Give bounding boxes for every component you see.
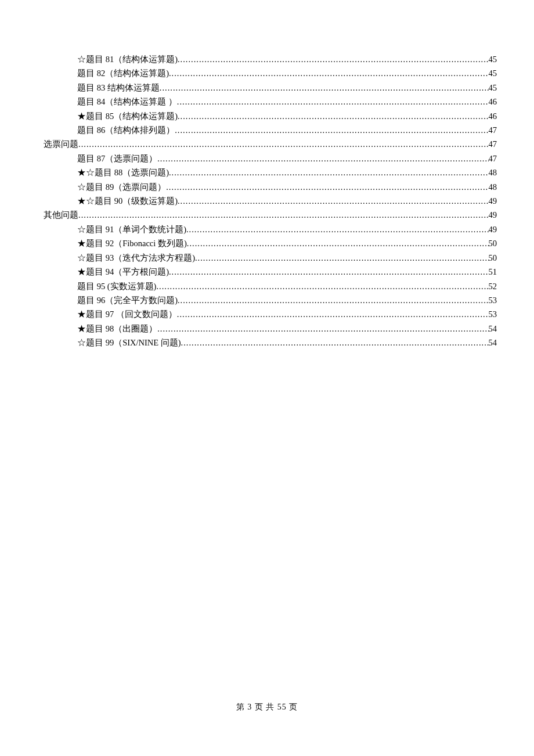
toc-leader-dots [157,322,488,336]
toc-entry-label: ★☆题目 88（选票问题) [77,165,169,179]
toc-entry-page: 45 [489,66,497,80]
toc-leader-dots [177,307,489,321]
toc-entry-label: ★题目 85（结构体运算题) [77,109,178,123]
toc-entry: ☆题目 81（结构体运算题)45 [44,52,497,66]
toc-entry: ☆题目 93（迭代方法求方程题)50 [44,251,497,265]
toc-entry-label: ★☆题目 90（级数运算题) [77,194,178,208]
toc-entry-page: 46 [489,95,497,109]
toc-entry-label: ★题目 98（出圈题） [77,322,157,336]
toc-leader-dots [178,109,489,123]
toc-leader-dots [169,165,489,179]
toc-entry: ☆题目 89（选票问题）48 [44,180,497,194]
toc-entry-label: ★题目 92（Fibonacci 数列题) [77,236,187,250]
toc-entry-label: 题目 96（完全平方数问题) [77,293,178,307]
toc-entry-label: 题目 82（结构体运算题) [77,66,169,80]
toc-entry-page: 45 [489,52,497,66]
toc-entry-label: ★题目 97 （回文数问题） [77,307,177,321]
toc-entry: 题目 95 (实数运算题)52 [44,279,497,293]
toc-entry: ★☆题目 90（级数运算题)49 [44,194,497,208]
toc-entry: 题目 87（选票问题）47 [44,152,497,165]
toc-entry-page: 48 [489,180,497,194]
toc-entry: ★题目 92（Fibonacci 数列题)50 [44,236,497,250]
toc-leader-dots [178,293,489,307]
toc-leader-dots [156,279,488,293]
toc-entry-page: 45 [489,81,497,95]
toc-entry: 题目 84（结构体运算题 ）46 [44,95,497,109]
toc-leader-dots [160,81,489,95]
toc-entry: 选票问题47 [44,137,497,151]
toc-leader-dots [177,95,489,109]
toc-leader-dots [169,265,489,279]
toc-entry-label: 选票问题 [44,137,78,151]
toc-entry-label: ☆题目 89（选票问题） [77,180,166,194]
toc-leader-dots [178,52,489,66]
toc-entry: ★☆题目 88（选票问题)48 [44,165,497,179]
toc-leader-dots [78,208,489,222]
toc-leader-dots [157,152,488,165]
toc-entry-label: 题目 87（选票问题） [77,152,157,165]
toc-entry-label: ★题目 94（平方根问题) [77,265,169,279]
toc-entry-page: 54 [489,322,497,336]
toc-entry-label: 其他问题 [44,208,78,222]
toc-entry-page: 46 [489,109,497,123]
toc-entry-page: 50 [489,251,497,265]
toc-entry-page: 49 [489,194,497,208]
toc-leader-dots [166,180,488,194]
toc-entry-page: 51 [489,265,497,279]
toc-entry-page: 47 [489,152,497,165]
toc-entry-page: 52 [489,279,497,293]
toc-leader-dots [78,137,489,151]
toc-entry: ★题目 94（平方根问题)51 [44,265,497,279]
toc-entry-page: 48 [489,165,497,179]
toc-entry-page: 53 [489,307,497,321]
toc-entry: ★题目 97 （回文数问题）53 [44,307,497,321]
toc-entry-page: 47 [489,137,497,151]
toc-entry: 题目 83 结构体运算题45 [44,81,497,95]
toc-entry: ☆题目 99（SIX/NINE 问题)54 [44,336,497,350]
toc-entry-label: 题目 84（结构体运算题 ） [77,95,177,109]
toc-leader-dots [187,236,489,250]
toc-leader-dots [175,123,488,137]
toc-entry: 其他问题49 [44,208,497,222]
toc-entry-label: 题目 95 (实数运算题) [77,279,156,293]
toc-entry: 题目 96（完全平方数问题)53 [44,293,497,307]
toc-entry-page: 47 [489,123,497,137]
toc-entry: 题目 86（结构体排列题）47 [44,123,497,137]
toc-entry: ★题目 98（出圈题）54 [44,322,497,336]
toc-entry-label: ☆题目 91（单词个数统计题) [77,222,186,236]
toc-entry: ★题目 85（结构体运算题)46 [44,109,497,123]
toc-entry: ☆题目 91（单词个数统计题)49 [44,222,497,236]
toc-leader-dots [195,251,489,265]
toc-leader-dots [169,66,489,80]
toc-entry-page: 53 [489,293,497,307]
toc-entry-label: ☆题目 93（迭代方法求方程题) [77,251,195,265]
toc-container: ☆题目 81（结构体运算题)45题目 82（结构体运算题)45题目 83 结构体… [44,52,497,350]
toc-leader-dots [186,222,489,236]
toc-entry-label: ☆题目 99（SIX/NINE 问题) [77,336,181,350]
toc-entry-label: 题目 83 结构体运算题 [77,81,160,95]
toc-leader-dots [178,194,489,208]
toc-entry-label: ☆题目 81（结构体运算题) [77,52,178,66]
toc-entry-page: 54 [489,336,497,350]
toc-entry-label: 题目 86（结构体排列题） [77,123,175,137]
toc-leader-dots [181,336,489,350]
toc-entry: 题目 82（结构体运算题)45 [44,66,497,80]
toc-entry-page: 49 [489,222,497,236]
page-footer: 第 3 页 共 55 页 [0,702,534,712]
toc-entry-page: 50 [489,236,497,250]
toc-entry-page: 49 [489,208,497,222]
